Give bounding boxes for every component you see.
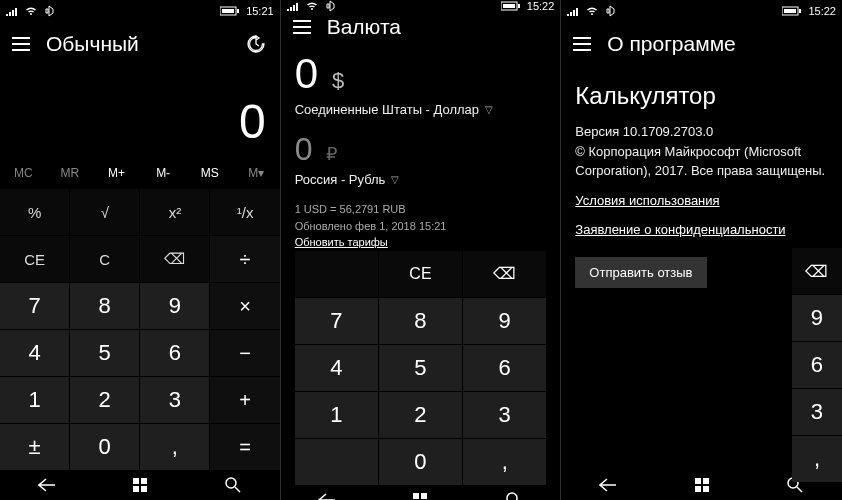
key-5[interactable]: 5	[70, 330, 139, 376]
refresh-rates-link[interactable]: Обновить тарифы	[295, 236, 388, 248]
nav-back[interactable]	[27, 470, 67, 500]
svg-rect-11	[413, 493, 419, 499]
nav-home[interactable]	[400, 485, 440, 501]
key-=[interactable]: =	[210, 424, 279, 470]
key-CE[interactable]: CE	[379, 251, 462, 297]
nav-home[interactable]	[682, 470, 722, 500]
key-⌫[interactable]: ⌫	[140, 236, 209, 282]
key-6[interactable]: 6	[463, 345, 546, 391]
key-÷[interactable]: ÷	[210, 236, 279, 282]
signal-icon	[567, 6, 579, 16]
key-%[interactable]: %	[0, 189, 69, 235]
ringer-icon	[44, 5, 56, 17]
from-currency-select[interactable]: Соединенные Штаты - Доллар ▽	[295, 102, 547, 117]
svg-rect-1	[222, 9, 234, 13]
key-7[interactable]: 7	[295, 298, 378, 344]
svg-rect-18	[799, 9, 801, 13]
key-4[interactable]: 4	[0, 330, 69, 376]
key-0[interactable]: 0	[70, 424, 139, 470]
svg-rect-21	[695, 486, 701, 492]
copyright-text: © Корпорация Майкрософт (Microsoft Corpo…	[575, 142, 828, 181]
key-C[interactable]: C	[70, 236, 139, 282]
key-2[interactable]: 2	[379, 392, 462, 438]
key-3[interactable]: 3	[463, 392, 546, 438]
mem-mc[interactable]: MC	[0, 157, 47, 189]
key-⌫[interactable]: ⌫	[463, 251, 546, 297]
mem-ms[interactable]: MS	[186, 157, 233, 189]
status-bar: 15:22	[561, 0, 842, 22]
key-,[interactable]: ,	[792, 436, 842, 482]
key-8[interactable]: 8	[379, 298, 462, 344]
key-7[interactable]: 7	[0, 283, 69, 329]
status-time: 15:22	[808, 5, 836, 17]
key-⌫[interactable]: ⌫	[792, 248, 842, 294]
terms-link[interactable]: Условия использования	[575, 193, 828, 208]
to-symbol: ₽	[326, 143, 337, 165]
nav-back[interactable]	[307, 485, 347, 501]
menu-button[interactable]	[6, 29, 36, 59]
phone-currency: 15:22 Валюта 0 $ Соединенные Штаты - Дол…	[281, 0, 562, 500]
rate-text: 1 USD = 56,2791 RUB	[295, 201, 547, 218]
nav-home[interactable]	[120, 470, 160, 500]
version-text: Версия 10.1709.2703.0	[575, 122, 828, 142]
signal-icon	[287, 1, 299, 11]
feedback-button[interactable]: Отправить отзыв	[575, 257, 706, 288]
key-,[interactable]: ,	[463, 439, 546, 485]
key-CE[interactable]: CE	[0, 236, 69, 282]
from-value[interactable]: 0	[295, 50, 318, 98]
key-5[interactable]: 5	[379, 345, 462, 391]
key-−[interactable]: −	[210, 330, 279, 376]
battery-icon	[220, 6, 240, 16]
key-×[interactable]: ×	[210, 283, 279, 329]
page-title: О программе	[607, 32, 735, 56]
mem-mlist[interactable]: M▾	[233, 157, 280, 189]
key-√[interactable]: √	[70, 189, 139, 235]
phone-standard-calc: 15:21 Обычный 0 MC MR M+ M- MS M▾ %√x²¹/…	[0, 0, 281, 500]
header: Валюта	[281, 12, 561, 42]
mem-mminus[interactable]: M-	[140, 157, 187, 189]
status-bar: 15:21	[0, 0, 280, 22]
key-x²[interactable]: x²	[140, 189, 209, 235]
key-1[interactable]: 1	[0, 377, 69, 423]
mem-mr[interactable]: MR	[47, 157, 94, 189]
svg-rect-3	[133, 478, 139, 484]
chevron-down-icon: ▽	[391, 174, 399, 185]
from-currency-label: Соединенные Штаты - Доллар	[295, 102, 479, 117]
svg-rect-17	[784, 9, 796, 13]
key-6[interactable]: 6	[792, 342, 842, 388]
key-9[interactable]: 9	[140, 283, 209, 329]
display-value: 0	[239, 94, 266, 149]
ringer-icon	[325, 0, 337, 12]
key-8[interactable]: 8	[70, 283, 139, 329]
to-currency-select[interactable]: Россия - Рубль ▽	[295, 172, 547, 187]
privacy-link[interactable]: Заявление о конфиденциальности	[575, 222, 828, 237]
nav-back[interactable]	[588, 470, 628, 500]
key-,[interactable]: ,	[140, 424, 209, 470]
key-1[interactable]: 1	[295, 392, 378, 438]
key-4[interactable]: 4	[295, 345, 378, 391]
key-9[interactable]: 9	[792, 295, 842, 341]
svg-point-15	[507, 493, 517, 501]
key-3[interactable]: 3	[792, 389, 842, 435]
key-+[interactable]: +	[210, 377, 279, 423]
svg-point-7	[226, 478, 236, 488]
key-±[interactable]: ±	[0, 424, 69, 470]
history-button[interactable]	[246, 34, 266, 54]
menu-button[interactable]	[287, 12, 317, 42]
mem-mplus[interactable]: M+	[93, 157, 140, 189]
key-9[interactable]: 9	[463, 298, 546, 344]
svg-rect-10	[518, 4, 520, 8]
key-0[interactable]: 0	[379, 439, 462, 485]
app-name: Калькулятор	[575, 82, 828, 110]
nav-search[interactable]	[213, 470, 253, 500]
key-2[interactable]: 2	[70, 377, 139, 423]
key-¹/x[interactable]: ¹/x	[210, 189, 279, 235]
key-6[interactable]: 6	[140, 330, 209, 376]
chevron-down-icon: ▽	[485, 104, 493, 115]
svg-rect-20	[703, 478, 709, 484]
phone-about: 15:22 О программе Калькулятор Версия 10.…	[561, 0, 842, 500]
key-3[interactable]: 3	[140, 377, 209, 423]
menu-button[interactable]	[567, 29, 597, 59]
to-value[interactable]: 0	[295, 131, 313, 168]
nav-search[interactable]	[494, 485, 534, 501]
